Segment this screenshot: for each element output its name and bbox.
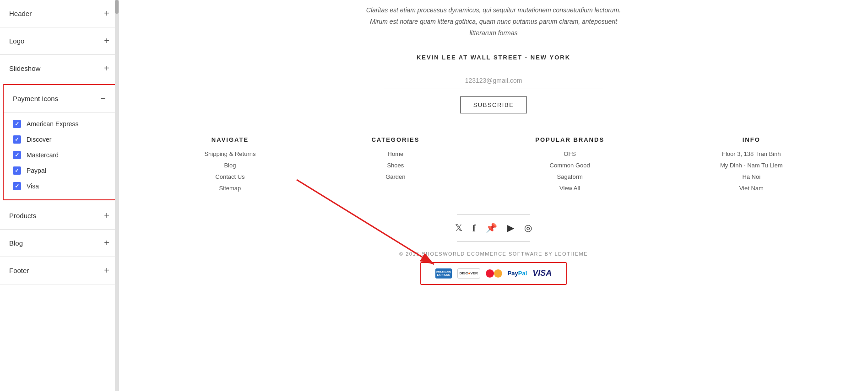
payment-bar: AMERICANEXPRESS DISC●VER PayPal VISA [420, 262, 567, 285]
mc-left-circle [486, 269, 494, 278]
mastercard-payment-icon [486, 268, 502, 279]
checkbox-discover-label: Discover [27, 136, 51, 143]
sidebar-item-payment-icons-label: Payment Icons [13, 95, 58, 102]
minus-icon-payment: − [100, 93, 106, 104]
info-address1: Floor 3, 138 Tran Binh [720, 150, 783, 157]
sidebar-scrollbar[interactable] [115, 0, 119, 391]
checkbox-amex-label: American Express [27, 120, 79, 128]
plus-icon-header: + [104, 8, 109, 19]
top-quote: Claritas est etiam processus dynamicus, … [146, 0, 841, 48]
link-shipping[interactable]: Shipping & Returns [204, 150, 255, 157]
quote-line1: Claritas est etiam processus dynamicus, … [146, 5, 841, 16]
link-sitemap[interactable]: Sitemap [204, 185, 255, 192]
pinterest-icon[interactable]: 📌 [486, 222, 497, 234]
sidebar-item-logo[interactable]: Logo + [0, 27, 119, 55]
paypal-payment-icon: PayPal [508, 270, 527, 277]
link-shoes[interactable]: Shoes [371, 162, 419, 169]
sidebar-item-slideshow[interactable]: Slideshow + [0, 55, 119, 82]
categories-title: CATEGORIES [371, 136, 419, 143]
checkbox-mastercard-box[interactable] [13, 151, 21, 159]
author-line: KEVIN LEE AT WALL STREET - NEW YORK [146, 54, 841, 61]
brands-title: POPULAR BRANDS [535, 136, 604, 143]
sidebar-item-header-label: Header [9, 10, 32, 17]
footer-col-categories: CATEGORIES Home Shoes Garden [371, 136, 419, 196]
sidebar-item-payment-icons[interactable]: Payment Icons − [4, 85, 115, 112]
social-divider-bottom [457, 241, 530, 242]
checkbox-paypal[interactable]: Paypal [13, 166, 106, 175]
info-address2: My Dinh - Nam Tu Liem [720, 162, 783, 169]
youtube-icon[interactable]: ▶ [507, 222, 514, 234]
email-input[interactable] [384, 72, 603, 89]
payment-section: AMERICANEXPRESS DISC●VER PayPal VISA [146, 262, 841, 285]
subscribe-button[interactable]: SUBSCRIBE [460, 96, 527, 113]
twitter-icon[interactable]: 𝕏 [455, 222, 462, 234]
payment-icons-content: American Express Discover Mastercard Pay… [4, 112, 115, 199]
checkbox-visa-label: Visa [27, 182, 39, 190]
checkbox-amex[interactable]: American Express [13, 120, 106, 128]
checkbox-paypal-box[interactable] [13, 166, 21, 175]
footer-col-info: INFO Floor 3, 138 Tran Binh My Dinh - Na… [720, 136, 783, 196]
link-blog[interactable]: Blog [204, 162, 255, 169]
checkbox-discover[interactable]: Discover [13, 135, 106, 144]
facebook-icon[interactable]: f [472, 222, 476, 234]
main-content: Claritas est etiam processus dynamicus, … [119, 0, 868, 391]
quote-line2: Mirum est notare quam littera gothica, q… [146, 16, 841, 27]
info-city: Ha Noi [720, 173, 783, 180]
discover-payment-icon: DISC●VER [457, 268, 480, 279]
plus-icon-slideshow: + [104, 63, 109, 74]
info-country: Viet Nam [720, 185, 783, 192]
link-common-good[interactable]: Common Good [535, 162, 604, 169]
sidebar-item-header[interactable]: Header + [0, 0, 119, 27]
plus-icon-blog: + [104, 238, 109, 248]
sidebar-scrollbar-thumb[interactable] [115, 0, 119, 14]
mc-right-circle [494, 269, 502, 278]
instagram-icon[interactable]: ◎ [524, 222, 532, 234]
subscribe-area: SUBSCRIBE [146, 72, 841, 113]
plus-icon-products: + [104, 210, 109, 221]
checkbox-amex-box[interactable] [13, 120, 21, 128]
info-title: INFO [720, 136, 783, 143]
social-area: 𝕏f📌▶◎ [146, 214, 841, 242]
sidebar-item-products-label: Products [9, 212, 36, 220]
checkbox-mastercard-label: Mastercard [27, 151, 59, 159]
plus-icon-logo: + [104, 36, 109, 46]
link-sagaform[interactable]: Sagaform [535, 173, 604, 180]
sidebar: Header + Logo + Slideshow + Payment Icon… [0, 0, 119, 391]
link-contact[interactable]: Contact Us [204, 173, 255, 180]
sidebar-item-footer-label: Footer [9, 267, 29, 274]
quote-line3: litterarum formas [146, 27, 841, 39]
footer-col-brands: POPULAR BRANDS OFS Common Good Sagaform … [535, 136, 604, 196]
sidebar-item-blog-label: Blog [9, 239, 23, 247]
payment-icons-section: Payment Icons − American Express Discove… [3, 84, 116, 200]
link-garden[interactable]: Garden [371, 173, 419, 180]
link-view-all[interactable]: View All [535, 185, 604, 192]
checkbox-visa[interactable]: Visa [13, 182, 106, 190]
sidebar-item-footer[interactable]: Footer + [0, 257, 119, 284]
sidebar-item-products[interactable]: Products + [0, 202, 119, 230]
plus-icon-footer: + [104, 265, 109, 276]
social-icons: 𝕏f📌▶◎ [146, 222, 841, 234]
checkbox-paypal-label: Paypal [27, 167, 46, 174]
checkbox-mastercard[interactable]: Mastercard [13, 151, 106, 159]
copyright: © 2015 SHOESWORLD ECOMMERCE SOFTWARE BY … [146, 251, 841, 257]
footer-col-navigate: NAVIGATE Shipping & Returns Blog Contact… [204, 136, 255, 196]
checkbox-visa-box[interactable] [13, 182, 21, 190]
sidebar-item-logo-label: Logo [9, 37, 24, 45]
sidebar-item-blog[interactable]: Blog + [0, 230, 119, 257]
social-divider-top [457, 214, 530, 215]
link-ofs[interactable]: OFS [535, 150, 604, 157]
visa-payment-icon: VISA [532, 268, 552, 278]
navigate-title: NAVIGATE [204, 136, 255, 143]
amex-payment-icon: AMERICANEXPRESS [435, 268, 452, 279]
footer-columns: NAVIGATE Shipping & Returns Blog Contact… [146, 132, 841, 196]
link-home[interactable]: Home [371, 150, 419, 157]
sidebar-item-slideshow-label: Slideshow [9, 64, 40, 72]
checkbox-discover-box[interactable] [13, 135, 21, 144]
